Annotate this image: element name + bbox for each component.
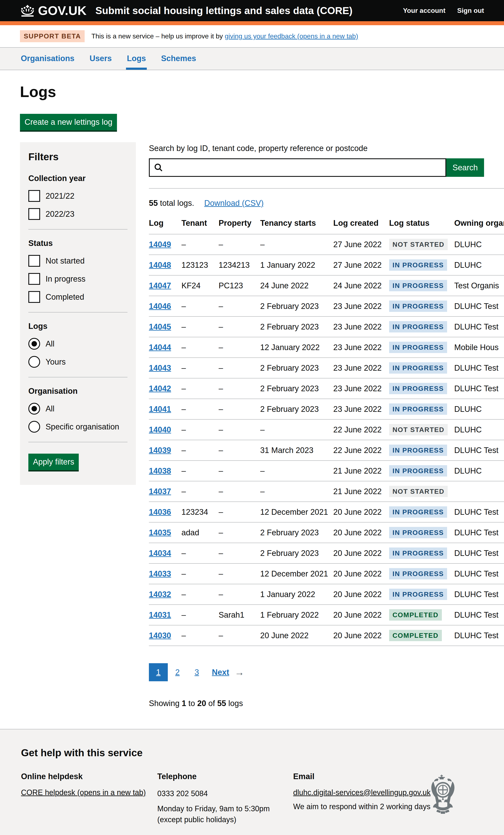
email-link[interactable]: dluhc.digital-services@levellingup.gov.u… — [293, 788, 430, 797]
search-button[interactable]: Search — [446, 158, 484, 177]
cell-log-created: 20 June 2022 — [333, 543, 389, 564]
radio-organisation-all[interactable]: All — [28, 403, 127, 414]
status-tag: IN PROGRESS — [389, 506, 447, 518]
cell-owning-organisation: DLUHC Test — [454, 502, 504, 522]
download-csv-link[interactable]: Download (CSV) — [204, 199, 264, 208]
col-header-tenant: Tenant — [181, 217, 219, 234]
your-account-link[interactable]: Your account — [403, 7, 445, 15]
pagination-page-2[interactable]: 2 — [168, 663, 187, 681]
log-link[interactable]: 14031 — [149, 611, 171, 619]
cell-owning-organisation: DLUHC — [454, 399, 504, 420]
log-link[interactable]: 14030 — [149, 631, 171, 640]
log-link[interactable]: 14035 — [149, 528, 171, 537]
cell-log-created: 27 June 2022 — [333, 234, 389, 255]
log-link[interactable]: 14036 — [149, 508, 171, 516]
radio-organisation-specific[interactable]: Specific organisation — [28, 421, 127, 433]
log-link[interactable]: 14047 — [149, 281, 171, 290]
filters-panel: Filters Collection year 2021/22 2022/23 … — [20, 142, 136, 485]
checkbox-2022-23[interactable]: 2022/23 — [28, 208, 127, 220]
checkbox-not-started[interactable]: Not started — [28, 255, 127, 267]
nav-item-organisations[interactable]: Organisations — [20, 48, 75, 70]
log-link[interactable]: 14048 — [149, 261, 171, 269]
cell-owning-organisation: DLUHC Test — [454, 296, 504, 317]
log-link[interactable]: 14045 — [149, 322, 171, 331]
radio-icon — [28, 421, 40, 433]
search-input[interactable] — [149, 158, 446, 177]
table-row: 14044 – – 12 January 2022 23 June 2022 I… — [149, 337, 504, 358]
log-link[interactable]: 14033 — [149, 569, 171, 578]
radio-logs-yours[interactable]: Yours — [28, 356, 127, 368]
cell-tenant: 123123 — [181, 255, 219, 275]
logs-table: Log Tenant Property Tenancy starts Log c… — [149, 217, 504, 646]
cell-tenant: – — [181, 440, 219, 461]
cell-tenant: – — [181, 481, 219, 502]
log-link[interactable]: 14032 — [149, 590, 171, 599]
cell-property: – — [219, 378, 260, 399]
log-link[interactable]: 14049 — [149, 240, 171, 249]
table-row: 14039 – – 31 March 2023 22 June 2022 IN … — [149, 440, 504, 461]
filter-legend-status: Status — [28, 239, 127, 248]
cell-tenancy-starts: 1 February 2022 — [260, 605, 333, 625]
log-link[interactable]: 14042 — [149, 384, 171, 393]
cell-property: – — [219, 337, 260, 358]
checkbox-completed[interactable]: Completed — [28, 291, 127, 303]
table-row: 14031 – Sarah1 1 February 2022 20 June 2… — [149, 605, 504, 625]
service-name[interactable]: Submit social housing lettings and sales… — [95, 5, 352, 16]
cell-log-created: 20 June 2022 — [333, 584, 389, 605]
pagination-page-1-current[interactable]: 1 — [149, 663, 168, 681]
cell-owning-organisation: DLUHC Test — [454, 522, 504, 543]
cell-property: – — [219, 440, 260, 461]
cell-property: 1234213 — [219, 255, 260, 275]
footer-telephone: Telephone 0333 202 5084 Monday to Friday… — [157, 772, 293, 825]
cell-log-created: 22 June 2022 — [333, 420, 389, 440]
filter-group-logs: Logs All Yours — [28, 322, 127, 368]
nav-item-users[interactable]: Users — [89, 48, 113, 70]
table-row: 14035 adad – 2 February 2023 20 June 202… — [149, 522, 504, 543]
log-link[interactable]: 14040 — [149, 425, 171, 434]
cell-owning-organisation — [454, 481, 504, 502]
apply-filters-button[interactable]: Apply filters — [28, 454, 79, 470]
checkbox-icon — [28, 291, 40, 303]
checkbox-icon — [28, 255, 40, 267]
table-row: 14036 123234 – 12 December 2021 20 June … — [149, 502, 504, 522]
nav-item-logs[interactable]: Logs — [126, 48, 147, 70]
sign-out-link[interactable]: Sign out — [457, 7, 484, 15]
arrow-right-icon: → — [235, 667, 244, 678]
nav-item-schemes[interactable]: Schemes — [160, 48, 197, 70]
checkbox-icon — [28, 190, 40, 202]
govuk-logo[interactable]: GOV.UK — [20, 3, 86, 18]
feedback-link[interactable]: giving us your feedback (opens in a new … — [225, 32, 358, 40]
filter-legend-collection-year: Collection year — [28, 174, 127, 183]
log-link[interactable]: 14043 — [149, 364, 171, 372]
pagination-page-3[interactable]: 3 — [187, 663, 206, 681]
col-header-owning-organisation: Owning organisation — [454, 217, 504, 234]
table-row: 14047 KF24 PC123 24 June 2022 24 June 20… — [149, 275, 504, 296]
footer-email: Email dluhc.digital-services@levellingup… — [293, 772, 440, 825]
telephone-title: Telephone — [157, 772, 293, 781]
cell-tenant: – — [181, 337, 219, 358]
search-icon — [154, 163, 163, 172]
log-link[interactable]: 14046 — [149, 302, 171, 311]
core-helpdesk-link[interactable]: CORE helpdesk (opens in a new tab) — [21, 788, 146, 797]
checkbox-2021-22[interactable]: 2021/22 — [28, 190, 127, 202]
radio-logs-all[interactable]: All — [28, 338, 127, 350]
log-link[interactable]: 14041 — [149, 405, 171, 413]
filter-divider — [28, 229, 127, 229]
cell-tenancy-starts: 12 January 2022 — [260, 337, 333, 358]
status-tag: IN PROGRESS — [389, 465, 447, 476]
email-title: Email — [293, 772, 440, 781]
filters-heading: Filters — [28, 151, 127, 163]
cell-property: – — [219, 502, 260, 522]
cell-tenancy-starts: 2 February 2023 — [260, 543, 333, 564]
log-link[interactable]: 14039 — [149, 446, 171, 455]
radio-icon — [28, 338, 40, 350]
log-link[interactable]: 14034 — [149, 549, 171, 557]
log-link[interactable]: 14038 — [149, 466, 171, 475]
table-row: 14033 – – 12 December 2021 20 June 2022 … — [149, 564, 504, 584]
log-link[interactable]: 14044 — [149, 343, 171, 352]
pagination-next-link[interactable]: Next — [212, 668, 229, 677]
table-row: 14049 – – – 27 June 2022 NOT STARTED DLU… — [149, 234, 504, 255]
log-link[interactable]: 14037 — [149, 487, 171, 496]
checkbox-in-progress[interactable]: In progress — [28, 273, 127, 285]
create-lettings-log-button[interactable]: Create a new lettings log — [20, 114, 117, 130]
